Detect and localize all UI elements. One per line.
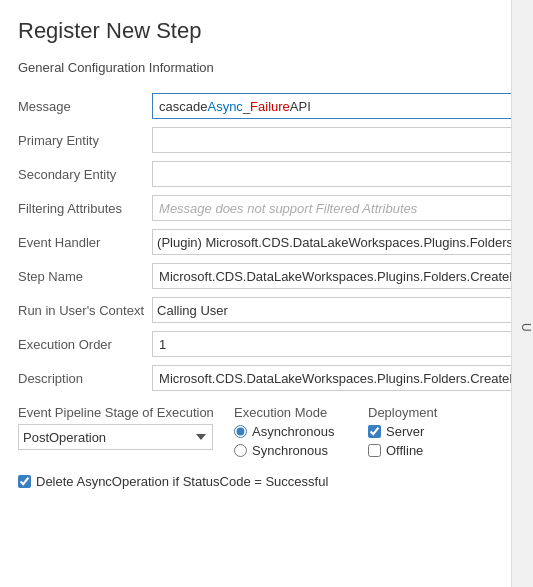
page: Register New Step General Configuration … [0, 0, 533, 587]
execution-order-label: Execution Order [18, 327, 152, 361]
event-handler-label: Event Handler [18, 225, 152, 259]
secondary-entity-input[interactable] [152, 161, 511, 187]
step-name-input[interactable]: Microsoft.CDS.DataLakeWorkspaces.Plugins… [152, 263, 511, 289]
deployment-container: Deployment Server Offline [358, 405, 468, 462]
asynchronous-radio-row: Asynchronous [234, 424, 358, 439]
section-title: General Configuration Information [18, 60, 491, 75]
description-input[interactable]: Microsoft.CDS.DataLakeWorkspaces.Plugins… [152, 365, 511, 391]
page-title: Register New Step [18, 18, 491, 44]
run-in-users-context-field-cell: Calling User System [152, 293, 511, 327]
offline-label: Offline [386, 443, 423, 458]
offline-checkbox[interactable] [368, 444, 381, 457]
message-row: Message cascadeAsync_FailureAPI [18, 89, 511, 123]
message-text: cascadeAsync_FailureAPI [159, 99, 311, 114]
secondary-entity-label: Secondary Entity [18, 157, 152, 191]
deployment-label: Deployment [368, 405, 468, 420]
server-check-row: Server [368, 424, 468, 439]
delete-async-row: Delete AsyncOperation if StatusCode = Su… [18, 474, 491, 489]
msg-part-5: API [290, 99, 311, 114]
run-in-users-context-label: Run in User's Context [18, 293, 152, 327]
execution-mode-label: Execution Mode [234, 405, 358, 420]
event-handler-row: Event Handler (Plugin) Microsoft.CDS.Dat… [18, 225, 511, 259]
filtering-attributes-row: Filtering Attributes [18, 191, 511, 225]
run-in-users-context-select[interactable]: Calling User System [152, 297, 511, 323]
delete-async-checkbox[interactable] [18, 475, 31, 488]
msg-part-2: Async [207, 99, 242, 114]
main-content: Register New Step General Configuration … [0, 0, 511, 587]
synchronous-radio[interactable] [234, 444, 247, 457]
description-label: Description [18, 361, 152, 395]
primary-entity-row: Primary Entity [18, 123, 511, 157]
msg-part-4: Failure [250, 99, 290, 114]
server-checkbox[interactable] [368, 425, 381, 438]
event-handler-select[interactable]: (Plugin) Microsoft.CDS.DataLakeWorkspace… [152, 229, 511, 255]
execution-order-field-cell [152, 327, 511, 361]
bottom-section: Event Pipeline Stage of Execution PostOp… [18, 405, 491, 462]
filtering-attributes-input[interactable] [152, 195, 511, 221]
synchronous-radio-row: Synchronous [234, 443, 358, 458]
run-in-users-context-row: Run in User's Context Calling User Syste… [18, 293, 511, 327]
filtering-attributes-label: Filtering Attributes [18, 191, 152, 225]
step-name-field-cell: Microsoft.CDS.DataLakeWorkspaces.Plugins… [152, 259, 511, 293]
msg-part-1: cascade [159, 99, 207, 114]
execution-order-input[interactable] [152, 331, 511, 357]
secondary-entity-row: Secondary Entity [18, 157, 511, 191]
right-panel: U [511, 0, 533, 587]
event-handler-field-cell: (Plugin) Microsoft.CDS.DataLakeWorkspace… [152, 225, 511, 259]
right-panel-label: U [519, 323, 533, 332]
filtering-attributes-field-cell [152, 191, 511, 225]
pipeline-stage-label: Event Pipeline Stage of Execution [18, 405, 218, 420]
asynchronous-label: Asynchronous [252, 424, 334, 439]
description-row: Description Microsoft.CDS.DataLakeWorksp… [18, 361, 511, 395]
description-field-cell: Microsoft.CDS.DataLakeWorkspaces.Plugins… [152, 361, 511, 395]
message-input-styled[interactable]: cascadeAsync_FailureAPI [152, 93, 511, 119]
primary-entity-field-cell [152, 123, 511, 157]
step-name-label: Step Name [18, 259, 152, 293]
primary-entity-label: Primary Entity [18, 123, 152, 157]
primary-entity-input[interactable] [152, 127, 511, 153]
pipeline-stage-select[interactable]: PostOperation PreValidation PreOperation [18, 424, 213, 450]
synchronous-label: Synchronous [252, 443, 328, 458]
delete-async-label: Delete AsyncOperation if StatusCode = Su… [36, 474, 328, 489]
message-field-cell: cascadeAsync_FailureAPI [152, 89, 511, 123]
form-table: Message cascadeAsync_FailureAPI Primary … [18, 89, 511, 395]
offline-check-row: Offline [368, 443, 468, 458]
execution-mode-container: Execution Mode Asynchronous Synchronous [218, 405, 358, 462]
pipeline-stage-container: Event Pipeline Stage of Execution PostOp… [18, 405, 218, 450]
asynchronous-radio[interactable] [234, 425, 247, 438]
secondary-entity-field-cell [152, 157, 511, 191]
step-name-row: Step Name Microsoft.CDS.DataLakeWorkspac… [18, 259, 511, 293]
execution-order-row: Execution Order [18, 327, 511, 361]
message-label: Message [18, 89, 152, 123]
server-label: Server [386, 424, 424, 439]
